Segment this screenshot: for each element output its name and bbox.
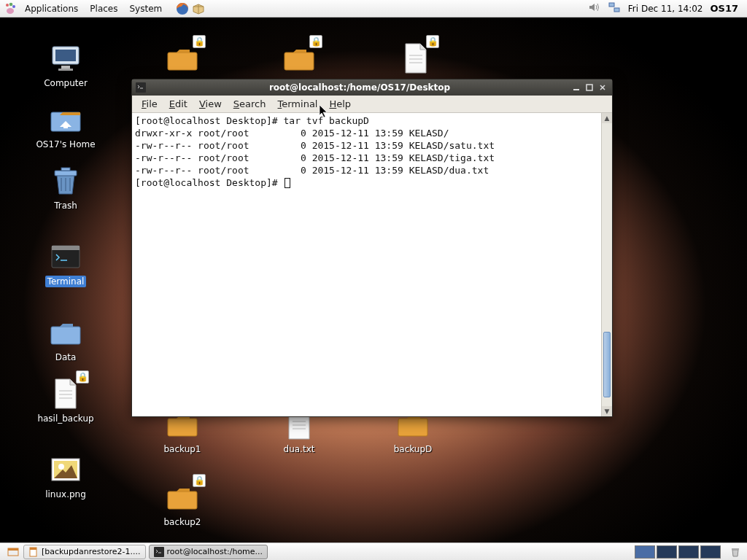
- menu-applications[interactable]: Applications: [19, 0, 84, 18]
- bottom-panel: [backupdanrestore2-1....root@localhost:/…: [0, 542, 747, 560]
- svg-rect-39: [8, 548, 18, 551]
- terminal-output[interactable]: [root@localhost Desktop]# tar tvf backup…: [132, 113, 601, 416]
- desktop-icon-backup2[interactable]: 🔒backup2: [146, 480, 219, 528]
- lock-emblem-icon: 🔒: [193, 35, 206, 48]
- svg-rect-14: [61, 168, 70, 171]
- svg-rect-16: [52, 246, 80, 250]
- desktop-icon-computer[interactable]: Computer: [29, 41, 102, 89]
- volume-icon[interactable]: [587, 1, 600, 16]
- menu-terminal[interactable]: Terminal: [273, 97, 323, 111]
- svg-rect-24: [168, 52, 197, 70]
- home-icon: [48, 102, 83, 137]
- menu-view[interactable]: View: [194, 97, 227, 111]
- workspace-1[interactable]: [635, 545, 655, 559]
- svg-rect-9: [61, 66, 70, 69]
- desktop-icon-label: dua.txt: [282, 443, 317, 455]
- svg-rect-33: [398, 419, 427, 436]
- svg-rect-10: [58, 69, 73, 71]
- svg-rect-41: [30, 548, 36, 550]
- top-panel: Applications Places System Fri Dec 11, 1…: [0, 0, 747, 18]
- monitor-icon: [48, 41, 83, 76]
- package-icon[interactable]: [191, 1, 206, 16]
- taskbar-app-icon: [154, 547, 164, 557]
- show-desktop-icon[interactable]: [6, 545, 20, 559]
- svg-rect-43: [732, 548, 739, 550]
- lock-emblem-icon: 🔒: [309, 35, 322, 48]
- minimize-button[interactable]: [570, 82, 583, 93]
- file-icon: 🔒: [398, 41, 433, 76]
- firefox-icon[interactable]: [175, 1, 190, 16]
- window-titlebar[interactable]: root@localhost:/home/OS17/Desktop: [132, 79, 612, 96]
- svg-rect-6: [614, 8, 619, 12]
- mouse-pointer-icon: [319, 104, 329, 119]
- workspace-4[interactable]: [700, 545, 721, 559]
- taskbar-button-label: [backupdanrestore2-1....: [42, 547, 141, 556]
- file-icon: 🔒: [48, 376, 83, 411]
- desktop-icon-label: backup1: [161, 443, 203, 455]
- lock-emblem-icon: 🔒: [76, 370, 89, 384]
- desktop-icon-label: OS17's Home: [34, 139, 97, 150]
- image-icon: [48, 452, 83, 487]
- scrollbar[interactable]: ▲ ▼: [601, 113, 612, 416]
- desktop-icon-terminal[interactable]: Terminal: [29, 239, 102, 287]
- svg-point-1: [9, 2, 13, 6]
- trash-panel-icon[interactable]: [728, 545, 743, 559]
- close-button[interactable]: [596, 82, 609, 93]
- desktop-icon-label: backup2: [161, 516, 203, 528]
- folder-icon: 🔒: [282, 41, 317, 76]
- svg-rect-8: [55, 50, 76, 61]
- menu-system[interactable]: System: [123, 0, 168, 18]
- workspace-2[interactable]: [657, 545, 677, 559]
- menu-search[interactable]: Search: [228, 97, 271, 111]
- desktop-icon-trash[interactable]: Trash: [29, 163, 102, 211]
- svg-rect-25: [285, 52, 314, 70]
- menu-help[interactable]: Help: [324, 97, 356, 111]
- svg-point-3: [7, 8, 14, 14]
- desktop-icon-label: backupD: [392, 443, 435, 455]
- desktop-icon-data[interactable]: Data: [29, 315, 102, 363]
- desktop-icon-label: Trash: [52, 200, 80, 211]
- scroll-down-button[interactable]: ▼: [602, 406, 612, 416]
- desktop-icon-label: Computer: [42, 77, 90, 89]
- desktop-icon-label: Terminal: [45, 276, 87, 287]
- maximize-button[interactable]: [583, 82, 596, 93]
- taskbar-app-icon: [28, 547, 39, 557]
- window-menubar: File Edit View Search Terminal Help: [132, 96, 612, 113]
- desktop-icon-label: hasil_backup: [35, 413, 96, 424]
- desktop-icon-home[interactable]: OS17's Home: [29, 102, 102, 150]
- svg-rect-36: [573, 89, 579, 90]
- gnome-foot-icon: [3, 1, 18, 16]
- taskbar-button-term[interactable]: root@localhost:/home...: [149, 545, 268, 559]
- svg-point-2: [12, 5, 15, 8]
- desktop-icon-label: Data: [53, 351, 79, 363]
- svg-rect-29: [168, 419, 197, 436]
- svg-rect-17: [51, 327, 80, 344]
- folder-icon: 🔒: [165, 480, 200, 515]
- taskbar-button-doc[interactable]: [backupdanrestore2-1....: [23, 545, 146, 559]
- window-title: root@localhost:/home/OS17/Desktop: [150, 82, 570, 93]
- hostname-label[interactable]: OS17: [710, 3, 738, 14]
- network-icon[interactable]: [608, 1, 621, 16]
- scroll-up-button[interactable]: ▲: [602, 113, 612, 123]
- term-icon: [48, 239, 83, 274]
- desktop-icon-hasilbackup[interactable]: 🔒hasil_backup: [29, 376, 102, 424]
- terminal-cursor: [285, 178, 290, 188]
- desktop-icon-linuxpng[interactable]: linux.png: [29, 452, 102, 500]
- menu-edit[interactable]: Edit: [164, 97, 193, 111]
- svg-rect-34: [168, 491, 197, 509]
- folder-icon: 🔒: [165, 41, 200, 76]
- svg-rect-12: [63, 124, 68, 128]
- terminal-area[interactable]: [root@localhost Desktop]# tar tvf backup…: [132, 113, 612, 416]
- clock[interactable]: Fri Dec 11, 14:02: [628, 4, 703, 14]
- menu-places[interactable]: Places: [84, 0, 123, 18]
- svg-rect-37: [587, 85, 592, 90]
- svg-rect-42: [154, 547, 164, 557]
- svg-point-0: [6, 4, 9, 7]
- workspace-3[interactable]: [678, 545, 699, 559]
- terminal-icon: [135, 82, 147, 93]
- scroll-thumb[interactable]: [603, 332, 611, 397]
- terminal-window: root@localhost:/home/OS17/Desktop File E…: [131, 79, 613, 417]
- workspace-switcher[interactable]: [635, 545, 724, 559]
- menu-file[interactable]: File: [136, 97, 163, 111]
- lock-emblem-icon: 🔒: [426, 35, 439, 48]
